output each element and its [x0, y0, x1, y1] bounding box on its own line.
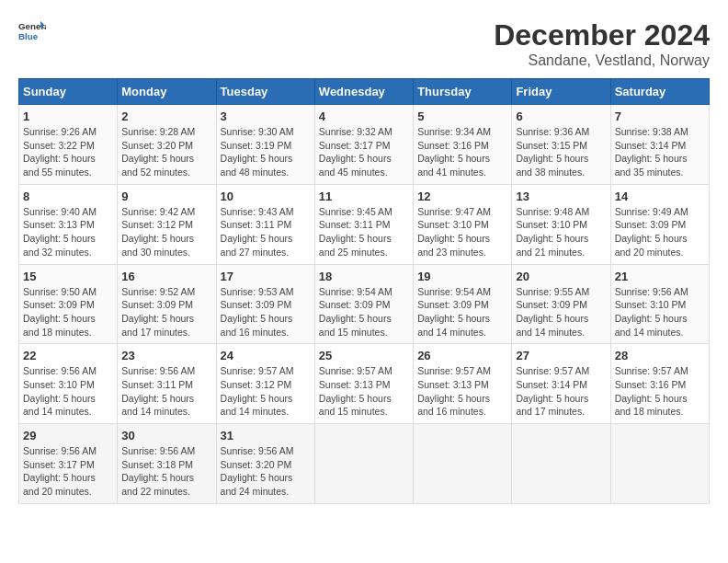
day-detail: Sunrise: 9:57 AMSunset: 3:12 PMDaylight:… — [221, 364, 311, 419]
calendar-header-saturday: Saturday — [610, 79, 709, 105]
calendar-cell: 22Sunrise: 9:56 AMSunset: 3:10 PMDayligh… — [19, 344, 118, 424]
day-number: 25 — [319, 349, 409, 362]
calendar-cell — [512, 424, 610, 504]
day-number: 26 — [417, 349, 507, 362]
day-detail: Sunrise: 9:48 AMSunset: 3:10 PMDaylight:… — [516, 205, 606, 259]
day-detail: Sunrise: 9:57 AMSunset: 3:16 PMDaylight:… — [615, 364, 705, 419]
day-detail: Sunrise: 9:57 AMSunset: 3:13 PMDaylight:… — [417, 364, 507, 419]
day-number: 1 — [23, 109, 113, 123]
day-number: 22 — [23, 349, 113, 362]
day-detail: Sunrise: 9:34 AMSunset: 3:16 PMDaylight:… — [417, 125, 507, 179]
calendar-cell: 6Sunrise: 9:36 AMSunset: 3:15 PMDaylight… — [512, 105, 610, 185]
day-number: 29 — [23, 429, 113, 442]
svg-text:Blue: Blue — [18, 31, 39, 41]
calendar-cell: 24Sunrise: 9:57 AMSunset: 3:12 PMDayligh… — [216, 344, 314, 424]
day-detail: Sunrise: 9:57 AMSunset: 3:13 PMDaylight:… — [319, 364, 409, 419]
day-number: 5 — [417, 109, 507, 123]
calendar-cell: 16Sunrise: 9:52 AMSunset: 3:09 PMDayligh… — [118, 264, 216, 344]
day-detail: Sunrise: 9:42 AMSunset: 3:12 PMDaylight:… — [121, 205, 211, 259]
calendar-header-wednesday: Wednesday — [314, 79, 413, 105]
day-number: 13 — [516, 190, 606, 203]
day-number: 31 — [221, 429, 311, 442]
day-number: 24 — [221, 349, 311, 362]
day-detail: Sunrise: 9:57 AMSunset: 3:14 PMDaylight:… — [516, 364, 606, 419]
calendar-cell: 29Sunrise: 9:56 AMSunset: 3:17 PMDayligh… — [19, 424, 118, 504]
day-number: 3 — [221, 109, 311, 123]
calendar-week-4: 22Sunrise: 9:56 AMSunset: 3:10 PMDayligh… — [19, 344, 710, 424]
day-detail: Sunrise: 9:56 AMSunset: 3:10 PMDaylight:… — [23, 364, 113, 419]
calendar-cell: 26Sunrise: 9:57 AMSunset: 3:13 PMDayligh… — [414, 344, 512, 424]
calendar-cell: 12Sunrise: 9:47 AMSunset: 3:10 PMDayligh… — [414, 184, 512, 264]
calendar-week-5: 29Sunrise: 9:56 AMSunset: 3:17 PMDayligh… — [19, 424, 710, 504]
day-number: 8 — [23, 190, 113, 203]
day-detail: Sunrise: 9:54 AMSunset: 3:09 PMDaylight:… — [417, 285, 507, 339]
calendar-cell: 17Sunrise: 9:53 AMSunset: 3:09 PMDayligh… — [216, 264, 314, 344]
calendar-cell: 19Sunrise: 9:54 AMSunset: 3:09 PMDayligh… — [414, 264, 512, 344]
day-detail: Sunrise: 9:56 AMSunset: 3:20 PMDaylight:… — [221, 444, 311, 499]
calendar-cell: 14Sunrise: 9:49 AMSunset: 3:09 PMDayligh… — [610, 184, 709, 264]
logo: General Blue — [18, 18, 46, 46]
day-number: 11 — [319, 190, 409, 203]
day-number: 15 — [23, 270, 113, 283]
day-detail: Sunrise: 9:40 AMSunset: 3:13 PMDaylight:… — [23, 205, 113, 259]
calendar-cell: 5Sunrise: 9:34 AMSunset: 3:16 PMDaylight… — [414, 105, 512, 185]
day-number: 7 — [615, 109, 705, 123]
calendar-cell: 28Sunrise: 9:57 AMSunset: 3:16 PMDayligh… — [610, 344, 709, 424]
calendar-cell: 13Sunrise: 9:48 AMSunset: 3:10 PMDayligh… — [512, 184, 610, 264]
day-number: 30 — [121, 429, 211, 442]
calendar-cell: 21Sunrise: 9:56 AMSunset: 3:10 PMDayligh… — [610, 264, 709, 344]
day-detail: Sunrise: 9:52 AMSunset: 3:09 PMDaylight:… — [121, 285, 211, 339]
calendar-cell: 9Sunrise: 9:42 AMSunset: 3:12 PMDaylight… — [118, 184, 216, 264]
calendar-cell: 2Sunrise: 9:28 AMSunset: 3:20 PMDaylight… — [118, 105, 216, 185]
calendar-cell — [610, 424, 709, 504]
calendar-cell: 25Sunrise: 9:57 AMSunset: 3:13 PMDayligh… — [314, 344, 413, 424]
day-detail: Sunrise: 9:50 AMSunset: 3:09 PMDaylight:… — [23, 285, 113, 339]
day-detail: Sunrise: 9:56 AMSunset: 3:11 PMDaylight:… — [121, 364, 211, 419]
calendar-header-friday: Friday — [512, 79, 610, 105]
calendar-header-monday: Monday — [118, 79, 216, 105]
calendar-cell: 4Sunrise: 9:32 AMSunset: 3:17 PMDaylight… — [314, 105, 413, 185]
title-section: December 2024 Sandane, Vestland, Norway — [494, 18, 710, 69]
day-detail: Sunrise: 9:28 AMSunset: 3:20 PMDaylight:… — [121, 125, 211, 179]
calendar-cell: 10Sunrise: 9:43 AMSunset: 3:11 PMDayligh… — [216, 184, 314, 264]
day-number: 19 — [417, 270, 507, 283]
calendar-cell: 8Sunrise: 9:40 AMSunset: 3:13 PMDaylight… — [19, 184, 118, 264]
page-header: General Blue December 2024 Sandane, Vest… — [18, 18, 710, 69]
day-detail: Sunrise: 9:45 AMSunset: 3:11 PMDaylight:… — [319, 205, 409, 259]
day-number: 4 — [319, 109, 409, 123]
calendar-cell — [414, 424, 512, 504]
calendar-cell: 7Sunrise: 9:38 AMSunset: 3:14 PMDaylight… — [610, 105, 709, 185]
day-detail: Sunrise: 9:43 AMSunset: 3:11 PMDaylight:… — [221, 205, 311, 259]
day-number: 21 — [615, 270, 705, 283]
day-detail: Sunrise: 9:53 AMSunset: 3:09 PMDaylight:… — [221, 285, 311, 339]
subtitle: Sandane, Vestland, Norway — [494, 52, 710, 69]
calendar-cell: 27Sunrise: 9:57 AMSunset: 3:14 PMDayligh… — [512, 344, 610, 424]
day-number: 9 — [121, 190, 211, 203]
day-number: 20 — [516, 270, 606, 283]
day-number: 10 — [221, 190, 311, 203]
day-detail: Sunrise: 9:47 AMSunset: 3:10 PMDaylight:… — [417, 205, 507, 259]
calendar-cell: 20Sunrise: 9:55 AMSunset: 3:09 PMDayligh… — [512, 264, 610, 344]
day-number: 2 — [121, 109, 211, 123]
calendar-cell: 23Sunrise: 9:56 AMSunset: 3:11 PMDayligh… — [118, 344, 216, 424]
calendar-week-2: 8Sunrise: 9:40 AMSunset: 3:13 PMDaylight… — [19, 184, 710, 264]
calendar-cell: 15Sunrise: 9:50 AMSunset: 3:09 PMDayligh… — [19, 264, 118, 344]
day-detail: Sunrise: 9:54 AMSunset: 3:09 PMDaylight:… — [319, 285, 409, 339]
day-number: 16 — [121, 270, 211, 283]
calendar-cell — [314, 424, 413, 504]
calendar-week-1: 1Sunrise: 9:26 AMSunset: 3:22 PMDaylight… — [19, 105, 710, 185]
day-detail: Sunrise: 9:56 AMSunset: 3:10 PMDaylight:… — [615, 285, 705, 339]
calendar-cell: 31Sunrise: 9:56 AMSunset: 3:20 PMDayligh… — [216, 424, 314, 504]
day-number: 6 — [516, 109, 606, 123]
day-detail: Sunrise: 9:32 AMSunset: 3:17 PMDaylight:… — [319, 125, 409, 179]
day-number: 14 — [615, 190, 705, 203]
calendar-header-tuesday: Tuesday — [216, 79, 314, 105]
calendar-cell: 3Sunrise: 9:30 AMSunset: 3:19 PMDaylight… — [216, 105, 314, 185]
day-number: 23 — [121, 349, 211, 362]
day-detail: Sunrise: 9:36 AMSunset: 3:15 PMDaylight:… — [516, 125, 606, 179]
calendar-week-3: 15Sunrise: 9:50 AMSunset: 3:09 PMDayligh… — [19, 264, 710, 344]
calendar-cell: 18Sunrise: 9:54 AMSunset: 3:09 PMDayligh… — [314, 264, 413, 344]
calendar-table: SundayMondayTuesdayWednesdayThursdayFrid… — [18, 78, 710, 504]
calendar-cell: 30Sunrise: 9:56 AMSunset: 3:18 PMDayligh… — [118, 424, 216, 504]
day-number: 28 — [615, 349, 705, 362]
